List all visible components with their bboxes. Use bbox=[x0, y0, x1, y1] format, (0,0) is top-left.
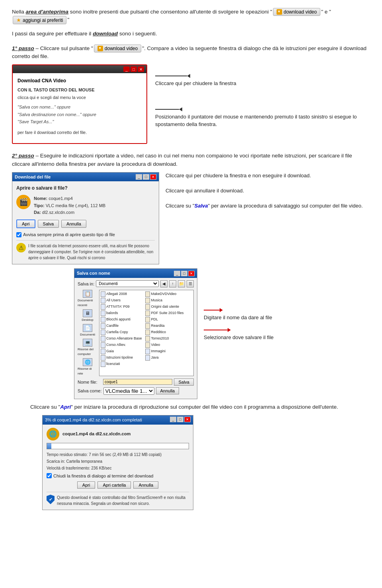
dl-open-btn[interactable]: Apri bbox=[16, 219, 35, 228]
progress-checkbox-label: Chiudi la finestra di dialogo al termine… bbox=[53, 473, 153, 479]
progress-checkbox[interactable] bbox=[47, 473, 52, 478]
save-filename-input[interactable] bbox=[103, 379, 172, 385]
dl-file-info: 🎬 Nome: coque1.mp4 Tipo: VLC media file … bbox=[16, 195, 155, 216]
save-main-area: 📋 Documenti recenti 🖥 Desktop 📄 Document… bbox=[78, 290, 194, 376]
dl-save-btn[interactable]: Salva bbox=[38, 220, 59, 228]
nav-up-btn[interactable]: ↑ bbox=[169, 280, 176, 287]
ann2-arrowhead bbox=[179, 107, 182, 111]
save-ann2-line bbox=[204, 330, 228, 330]
file-item-m4[interactable]: PDF Suite 2010 files bbox=[145, 310, 189, 316]
file-item-8[interactable]: Corso Allenatore Base bbox=[101, 336, 144, 342]
save-save-btn[interactable]: Salva bbox=[174, 378, 194, 386]
file-item-m7[interactable]: Redditico bbox=[145, 330, 189, 335]
save-type-select[interactable]: VLCmedia file 1... bbox=[103, 387, 154, 395]
ann2-4-text: Cliccare su "Apri" per iniziare la proce… bbox=[30, 403, 370, 411]
intro-paragraph: Nella area d'anteprima sono inoltre pres… bbox=[12, 8, 370, 24]
sidebar-network[interactable]: 🌐 Risorse di rete bbox=[78, 358, 97, 376]
file-item-m1[interactable]: MakeDVDVideo bbox=[145, 291, 189, 297]
file-item-m8[interactable]: Torres2010 bbox=[145, 336, 189, 342]
ann2-2-text: Cliccare qui annullare il download. bbox=[166, 187, 370, 194]
file-item-m2[interactable]: Musica bbox=[145, 298, 189, 303]
file-item-11[interactable]: Immagini bbox=[145, 349, 189, 354]
sidebar-recent[interactable]: 📋 Documenti recenti bbox=[78, 290, 97, 308]
dl-cancel-btn[interactable]: Annulla bbox=[61, 220, 86, 228]
file-item-2[interactable]: All Users bbox=[101, 298, 144, 303]
step2-layout: Download del file _ □ ✕ Aprire o salvare… bbox=[12, 172, 370, 265]
dl-max-btn[interactable]: □ bbox=[143, 174, 149, 180]
download-video-button-inline1[interactable]: download video bbox=[273, 8, 320, 16]
save-annotations: Digitare il nome da dare al file Selezio… bbox=[204, 268, 274, 341]
save-ann1-container: Digitare il nome da dare al file bbox=[204, 308, 274, 322]
progress-open-btn[interactable]: Apri bbox=[77, 481, 96, 489]
nav-new-folder-btn[interactable]: 📁 bbox=[178, 280, 185, 287]
file-icon-m6 bbox=[145, 323, 150, 329]
progress-min-btn[interactable]: _ bbox=[170, 417, 176, 422]
file-item-3[interactable]: ATTIVITA' P09 bbox=[101, 304, 144, 310]
dialog1-max-btn[interactable]: □ bbox=[131, 66, 137, 72]
dl-min-btn[interactable]: _ bbox=[136, 174, 142, 180]
save-main-wrapper: Salva con nome _ □ ✕ Salva in: Documenti… bbox=[74, 268, 370, 399]
save-min-btn[interactable]: _ bbox=[174, 271, 180, 276]
intro-text1: Nella bbox=[12, 9, 26, 15]
dl-file-details: Nome: coque1.mp4 Tipo: VLC media file (.… bbox=[34, 195, 105, 216]
dialog1-box: _ □ ✕ Download CNA Video CON IL TASTO DE… bbox=[12, 64, 147, 144]
file-name-10: Gaia bbox=[106, 349, 114, 354]
file-name-m1: MakeDVDVideo bbox=[151, 291, 176, 297]
file-item-7[interactable]: Cartella Copy bbox=[101, 330, 144, 335]
file-item-13[interactable]: Java bbox=[145, 355, 189, 361]
ann2-1-container: Cliccare qui per chiudere la finestra e … bbox=[166, 172, 370, 179]
save-in-select[interactable]: Documenti bbox=[96, 280, 159, 287]
dl-checkbox[interactable] bbox=[16, 232, 21, 237]
file-item-9[interactable]: Corso Alliev. bbox=[101, 342, 144, 348]
save-close-btn[interactable]: ✕ bbox=[188, 271, 195, 276]
progress-close-btn[interactable]: ✕ bbox=[184, 417, 191, 422]
dialog1-min-btn[interactable]: _ bbox=[123, 66, 130, 72]
progress-icon: 🌐 bbox=[47, 428, 59, 441]
sidebar-computer[interactable]: 💻 Risorse del computer bbox=[78, 339, 97, 357]
progress-cancel-btn[interactable]: Annulla bbox=[133, 481, 158, 489]
progress-checkbox-row: Chiudi la finestra di dialogo al termine… bbox=[47, 473, 189, 479]
file-item-1[interactable]: Allegati 2008 bbox=[101, 291, 144, 297]
download-video-button-step1[interactable]: download video bbox=[94, 45, 141, 52]
dl-close-btn[interactable]: ✕ bbox=[150, 174, 156, 180]
warning-icon: ⚠ bbox=[16, 243, 26, 252]
bottom-section: Cliccare su "Apri" per iniziare la proce… bbox=[12, 403, 370, 510]
progress-open-folder-btn[interactable]: Apri cartella bbox=[97, 481, 131, 489]
step1-annotations: Cliccare qui per chiudere la finestra Po… bbox=[155, 64, 370, 144]
file-item-4[interactable]: balords bbox=[101, 310, 144, 316]
ann1-row bbox=[155, 72, 370, 78]
sidebar-docs[interactable]: 📄 Documenti bbox=[80, 324, 95, 337]
file-name-2: All Users bbox=[106, 298, 121, 303]
file-item-10[interactable]: Gaia bbox=[101, 349, 144, 354]
nav-view-btn[interactable]: ☰ bbox=[187, 280, 194, 287]
dialog1-close-btn[interactable]: ✕ bbox=[138, 66, 144, 72]
file-item-m3[interactable]: Origini dati utente bbox=[145, 304, 189, 310]
file-icon-4 bbox=[101, 310, 105, 316]
file-item-12[interactable]: Istruzioni tipoline bbox=[101, 355, 144, 361]
file-item-m5[interactable]: PDL bbox=[145, 317, 189, 322]
dialog1-quotes: "Salva con nome..." oppure "Salva destin… bbox=[18, 104, 142, 125]
desktop-label: Desktop bbox=[82, 318, 93, 322]
file-item-6[interactable]: Cardfile bbox=[101, 323, 144, 329]
ann2-row bbox=[155, 106, 370, 111]
nav-back-btn[interactable]: ◀ bbox=[160, 280, 168, 287]
save-cancel-btn[interactable]: Annulla bbox=[156, 387, 179, 394]
file-item-5[interactable]: Blocchi appunti bbox=[101, 317, 144, 322]
download-btn-label1: download video bbox=[284, 9, 317, 15]
fav-btn-label: aggiungi ai preferiti bbox=[23, 17, 63, 23]
ann1-text: Cliccare qui per chiudere la finestra bbox=[155, 80, 370, 87]
dl-warning-text: I file scaricati da Internet possono ess… bbox=[28, 243, 155, 261]
file-item-m9[interactable]: Video bbox=[145, 342, 189, 348]
area-preview-label: area d'anteprima bbox=[26, 9, 69, 15]
file-type-row: Tipo: VLC media file (.mp4), 112 MB bbox=[34, 202, 105, 209]
fav-button-inline[interactable]: ★aggiungi ai preferiti bbox=[13, 16, 66, 24]
save-max-btn[interactable]: □ bbox=[181, 271, 187, 276]
file-name-m9: Video bbox=[151, 342, 160, 348]
file-item-m6[interactable]: Reardita bbox=[145, 323, 189, 329]
file-item-14[interactable]: licenziati bbox=[101, 361, 144, 367]
progress-btns: Apri Apri cartella Annulla bbox=[47, 481, 189, 489]
sidebar-desktop[interactable]: 🖥 Desktop bbox=[82, 309, 93, 322]
progress-max-btn[interactable]: □ bbox=[177, 417, 183, 422]
save-type-label: Salva come: bbox=[78, 388, 102, 394]
save-ann1-text: Digitare il nome da dare al file bbox=[204, 314, 274, 322]
